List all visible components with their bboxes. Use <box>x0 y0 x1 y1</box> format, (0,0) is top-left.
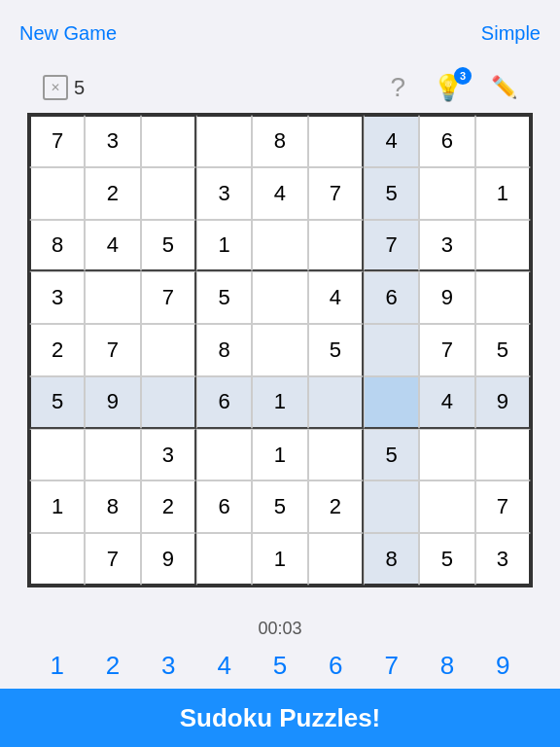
toolbar-right: ? 💡 3 ✏️ <box>390 72 517 103</box>
cell-r6-c5[interactable] <box>308 429 364 481</box>
header: New Game Simple <box>0 0 560 66</box>
cell-r0-c6[interactable]: 4 <box>364 115 419 167</box>
cell-r3-c1[interactable] <box>85 271 140 324</box>
cell-r2-c3[interactable]: 1 <box>196 220 252 272</box>
cell-r2-c8[interactable] <box>475 220 531 272</box>
new-game-button[interactable]: New Game <box>19 22 117 45</box>
cell-r6-c0[interactable] <box>29 429 85 481</box>
cell-r4-c6[interactable] <box>364 324 419 376</box>
cell-r4-c8[interactable]: 5 <box>475 324 531 376</box>
cell-r2-c0[interactable]: 8 <box>29 220 85 272</box>
cell-r5-c0[interactable]: 5 <box>29 376 85 429</box>
cell-r3-c2[interactable]: 7 <box>141 271 196 324</box>
cell-r6-c8[interactable] <box>475 429 531 481</box>
cell-r8-c2[interactable]: 9 <box>141 533 196 586</box>
cell-r1-c1[interactable]: 2 <box>85 167 140 220</box>
cell-r5-c5[interactable] <box>308 376 364 429</box>
cell-r5-c7[interactable]: 4 <box>419 376 474 429</box>
cell-r0-c7[interactable]: 6 <box>419 115 474 167</box>
cell-r2-c6[interactable]: 7 <box>364 220 419 272</box>
cell-r1-c3[interactable]: 3 <box>196 167 252 220</box>
cell-r4-c7[interactable]: 7 <box>419 324 474 376</box>
cell-r0-c1[interactable]: 3 <box>85 115 140 167</box>
cell-r3-c8[interactable] <box>475 271 531 324</box>
cell-r2-c4[interactable] <box>252 220 307 272</box>
grid-container: 7384623475184517337546927857559614931518… <box>0 109 560 613</box>
cell-r0-c3[interactable] <box>196 115 252 167</box>
num-btn-6[interactable]: 6 <box>316 651 355 681</box>
cell-r8-c3[interactable] <box>196 533 252 586</box>
cell-r1-c8[interactable]: 1 <box>475 167 531 220</box>
cell-r1-c6[interactable]: 5 <box>364 167 419 220</box>
cell-r0-c5[interactable] <box>308 115 364 167</box>
cell-r7-c6[interactable] <box>364 480 419 533</box>
cell-r0-c8[interactable] <box>475 115 531 167</box>
cell-r3-c4[interactable] <box>252 271 307 324</box>
cell-r0-c0[interactable]: 7 <box>29 115 85 167</box>
num-btn-4[interactable]: 4 <box>205 651 244 681</box>
num-btn-2[interactable]: 2 <box>93 651 132 681</box>
pencil-icon[interactable]: ✏️ <box>491 75 517 100</box>
cell-r6-c1[interactable] <box>85 429 140 481</box>
cell-r6-c7[interactable] <box>419 429 474 481</box>
num-btn-1[interactable]: 1 <box>38 651 77 681</box>
cell-r7-c8[interactable]: 7 <box>475 480 531 533</box>
num-btn-7[interactable]: 7 <box>372 651 411 681</box>
cell-r6-c4[interactable]: 1 <box>252 429 307 481</box>
cell-r5-c4[interactable]: 1 <box>252 376 307 429</box>
help-button[interactable]: ? <box>390 72 405 103</box>
cell-r8-c0[interactable] <box>29 533 85 586</box>
cell-r8-c7[interactable]: 5 <box>419 533 474 586</box>
cell-r5-c3[interactable]: 6 <box>196 376 252 429</box>
cell-r3-c0[interactable]: 3 <box>29 271 85 324</box>
cell-r6-c3[interactable] <box>196 429 252 481</box>
cell-r1-c7[interactable] <box>419 167 474 220</box>
difficulty-button[interactable]: Simple <box>481 22 541 45</box>
cell-r4-c4[interactable] <box>252 324 307 376</box>
hint-badge: 3 <box>454 67 472 85</box>
cell-r7-c1[interactable]: 8 <box>85 480 140 533</box>
cell-r1-c0[interactable] <box>29 167 85 220</box>
cell-r8-c4[interactable]: 1 <box>252 533 307 586</box>
cell-r7-c5[interactable]: 2 <box>308 480 364 533</box>
cell-r1-c4[interactable]: 4 <box>252 167 307 220</box>
cell-r7-c2[interactable]: 2 <box>141 480 196 533</box>
cell-r3-c7[interactable]: 9 <box>419 271 474 324</box>
cell-r4-c3[interactable]: 8 <box>196 324 252 376</box>
cell-r5-c6[interactable] <box>364 376 419 429</box>
cell-r3-c3[interactable]: 5 <box>196 271 252 324</box>
cell-r2-c1[interactable]: 4 <box>85 220 140 272</box>
cell-r4-c1[interactable]: 7 <box>85 324 140 376</box>
cell-r8-c5[interactable] <box>308 533 364 586</box>
cell-r5-c2[interactable] <box>141 376 196 429</box>
cell-r4-c0[interactable]: 2 <box>29 324 85 376</box>
num-btn-5[interactable]: 5 <box>261 651 299 681</box>
cell-r7-c7[interactable] <box>419 480 474 533</box>
cell-r2-c5[interactable] <box>308 220 364 272</box>
cell-r8-c1[interactable]: 7 <box>85 533 140 586</box>
cell-r3-c5[interactable]: 4 <box>308 271 364 324</box>
cell-r0-c2[interactable] <box>141 115 196 167</box>
num-btn-8[interactable]: 8 <box>428 651 467 681</box>
cell-r1-c2[interactable] <box>141 167 196 220</box>
cell-r8-c8[interactable]: 3 <box>475 533 531 586</box>
cell-r0-c4[interactable]: 8 <box>252 115 307 167</box>
cell-r2-c7[interactable]: 3 <box>419 220 474 272</box>
cell-r8-c6[interactable]: 8 <box>364 533 419 586</box>
cell-r6-c2[interactable]: 3 <box>141 429 196 481</box>
cell-r6-c6[interactable]: 5 <box>364 429 419 481</box>
cell-r5-c1[interactable]: 9 <box>85 376 140 429</box>
cell-r2-c2[interactable]: 5 <box>141 220 196 272</box>
cell-r4-c5[interactable]: 5 <box>308 324 364 376</box>
cell-r1-c5[interactable]: 7 <box>308 167 364 220</box>
cell-r3-c6[interactable]: 6 <box>364 271 419 324</box>
cell-r4-c2[interactable] <box>141 324 196 376</box>
hint-button[interactable]: 💡 3 <box>433 73 464 103</box>
cell-r7-c3[interactable]: 6 <box>196 480 252 533</box>
cell-r7-c4[interactable]: 5 <box>252 480 307 533</box>
cell-r7-c0[interactable]: 1 <box>29 480 85 533</box>
banner: Sudoku Puzzles! <box>0 689 560 747</box>
num-btn-9[interactable]: 9 <box>483 651 522 681</box>
cell-r5-c8[interactable]: 9 <box>475 376 531 429</box>
num-btn-3[interactable]: 3 <box>149 651 188 681</box>
